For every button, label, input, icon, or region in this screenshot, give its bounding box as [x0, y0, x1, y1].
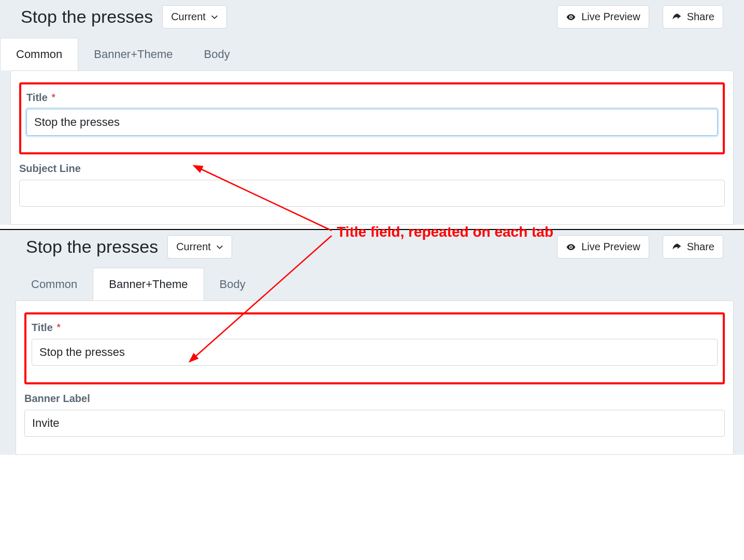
tab-banner-theme[interactable]: Banner+Theme — [78, 38, 188, 70]
top-form: Title * Subject Line — [10, 70, 734, 225]
annotation-text: Title field, repeated on each tab — [337, 224, 553, 240]
title-label: Title * — [32, 322, 61, 334]
share-icon — [671, 242, 682, 252]
title-label-text: Title — [26, 92, 48, 104]
bottom-pane: Stop the presses Current Live Preview Sh… — [0, 229, 744, 455]
top-header: Stop the presses Current Live Preview Sh… — [0, 0, 744, 38]
page-title: Stop the presses — [26, 237, 158, 257]
tab-body[interactable]: Body — [204, 268, 261, 300]
bottom-tabs: Common Banner+Theme Body — [0, 268, 744, 300]
eye-icon — [566, 12, 576, 22]
live-preview-label: Live Preview — [581, 11, 640, 23]
title-field: Title * — [26, 92, 718, 136]
version-dropdown[interactable]: Current — [167, 235, 232, 259]
version-dropdown-label: Current — [171, 11, 206, 23]
live-preview-button[interactable]: Live Preview — [557, 235, 649, 259]
title-field: Title * — [32, 322, 718, 366]
chevron-down-icon — [216, 243, 223, 251]
share-button[interactable]: Share — [663, 235, 723, 259]
title-input[interactable] — [26, 109, 718, 136]
version-dropdown-label: Current — [176, 241, 211, 253]
subject-line-label: Subject Line — [19, 163, 81, 175]
tab-common[interactable]: Common — [0, 38, 78, 70]
tab-common[interactable]: Common — [16, 268, 93, 300]
title-input[interactable] — [32, 339, 718, 366]
share-icon — [671, 12, 682, 22]
subject-line-input[interactable] — [19, 180, 725, 207]
top-tabs: Common Banner+Theme Body — [0, 38, 744, 70]
banner-label-label: Banner Label — [24, 393, 90, 405]
annotation-highlight-top: Title * — [19, 82, 725, 154]
share-label: Share — [687, 11, 714, 23]
live-preview-label: Live Preview — [581, 241, 640, 253]
title-label: Title * — [26, 92, 55, 104]
chevron-down-icon — [211, 13, 218, 21]
top-pane: Stop the presses Current Live Preview Sh… — [0, 0, 744, 225]
banner-label-input[interactable] — [24, 410, 725, 437]
required-marker: * — [52, 92, 55, 103]
version-dropdown[interactable]: Current — [162, 5, 227, 28]
required-marker: * — [57, 322, 61, 333]
banner-label-field: Banner Label — [24, 393, 725, 437]
page-title: Stop the presses — [21, 7, 153, 27]
share-button[interactable]: Share — [663, 5, 723, 28]
tab-banner-theme[interactable]: Banner+Theme — [93, 268, 204, 300]
eye-icon — [566, 242, 576, 252]
live-preview-button[interactable]: Live Preview — [557, 5, 649, 28]
tab-body[interactable]: Body — [189, 38, 246, 70]
subject-line-field: Subject Line — [19, 163, 725, 207]
title-label-text: Title — [32, 322, 53, 334]
bottom-form: Title * Banner Label — [16, 300, 734, 455]
annotation-highlight-bottom: Title * — [24, 312, 725, 384]
share-label: Share — [687, 241, 714, 253]
